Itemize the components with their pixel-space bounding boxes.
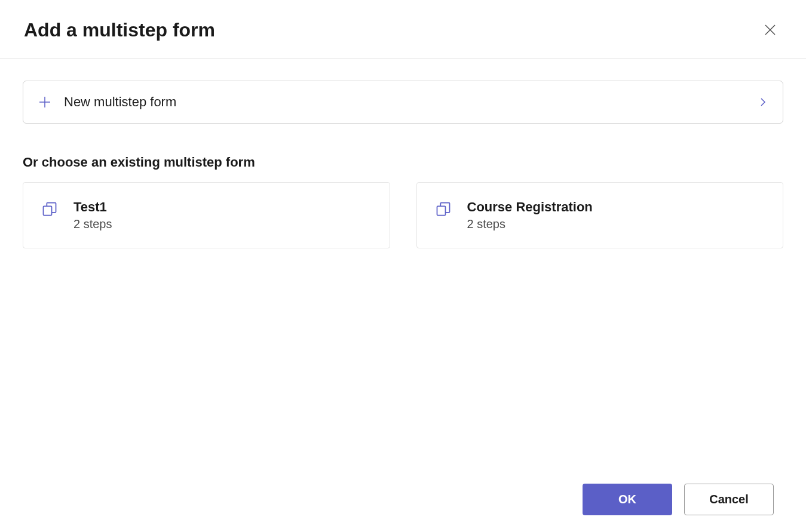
ok-button[interactable]: OK (583, 484, 672, 515)
multistep-form-icon (41, 201, 58, 217)
form-card-course-registration[interactable]: Course Registration 2 steps (416, 182, 784, 248)
cancel-button[interactable]: Cancel (684, 484, 774, 515)
form-cards-grid: Test1 2 steps Course Registration 2 step… (23, 182, 783, 248)
svg-rect-4 (44, 206, 52, 215)
plus-icon (38, 95, 52, 109)
dialog-body: New multistep form Or choose an existing… (0, 59, 806, 248)
form-card-title: Course Registration (467, 199, 593, 215)
new-form-left: New multistep form (38, 94, 176, 110)
form-card-title: Test1 (73, 199, 112, 215)
multistep-form-icon (435, 201, 452, 217)
new-form-label: New multistep form (64, 94, 176, 110)
close-icon (763, 23, 777, 37)
svg-rect-5 (437, 206, 445, 215)
form-card-subtitle: 2 steps (467, 217, 593, 231)
form-card-content: Test1 2 steps (73, 199, 112, 231)
form-card-test1[interactable]: Test1 2 steps (23, 182, 390, 248)
dialog-footer: OK Cancel (583, 484, 774, 515)
new-multistep-form-button[interactable]: New multistep form (23, 81, 783, 124)
form-card-content: Course Registration 2 steps (467, 199, 593, 231)
close-button[interactable] (758, 18, 782, 42)
existing-section-title: Or choose an existing multistep form (23, 155, 783, 170)
dialog-header: Add a multistep form (0, 0, 806, 59)
dialog-title: Add a multistep form (24, 19, 215, 41)
chevron-right-icon (758, 97, 768, 107)
form-card-subtitle: 2 steps (73, 217, 112, 231)
